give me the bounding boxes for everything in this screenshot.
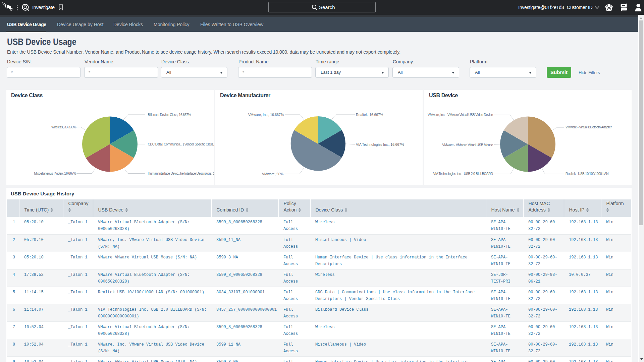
- svg-text:VMware, Inc., 16.667%: VMware, Inc., 16.667%: [248, 113, 284, 117]
- svg-text:VMware - Virtual Bluetooth Ada: VMware - Virtual Bluetooth Adapter: [566, 125, 612, 129]
- svg-text:VIA Technologies Inc. - USB 2.: VIA Technologies Inc. - USB 2.0 BILLBOAR…: [433, 172, 493, 176]
- svg-text:Miscellaneous | Video, 16.667%: Miscellaneous | Video, 16.667%: [34, 172, 76, 175]
- svg-text:Realtek - USB 10/100/1000 LAN: Realtek - USB 10/100/1000 LAN: [566, 172, 608, 176]
- svg-text:VMware, Inc. - VMware Virtual: VMware, Inc. - VMware Virtual USB Video …: [428, 113, 493, 117]
- svg-text:VMware - VMware Virtual USB Mo: VMware - VMware Virtual USB Mouse: [442, 143, 493, 147]
- svg-text:Billboard Device Class, 16.667: Billboard Device Class, 16.667%: [148, 113, 191, 117]
- svg-text:Human Interface Devic...he Int: Human Interface Devic...he Interface Des…: [148, 172, 214, 175]
- svg-text:VMware, 50%: VMware, 50%: [262, 172, 283, 176]
- svg-text:Realtek, 16.667%: Realtek, 16.667%: [356, 113, 383, 117]
- svg-text:Wireless, 33.333%: Wireless, 33.333%: [51, 125, 76, 129]
- svg-text:CDC Data | Communica... | Vend: CDC Data | Communica... | Vendor Specifi…: [148, 142, 214, 146]
- svg-text:VIA Technologies Inc., 16.667%: VIA Technologies Inc., 16.667%: [356, 142, 404, 146]
